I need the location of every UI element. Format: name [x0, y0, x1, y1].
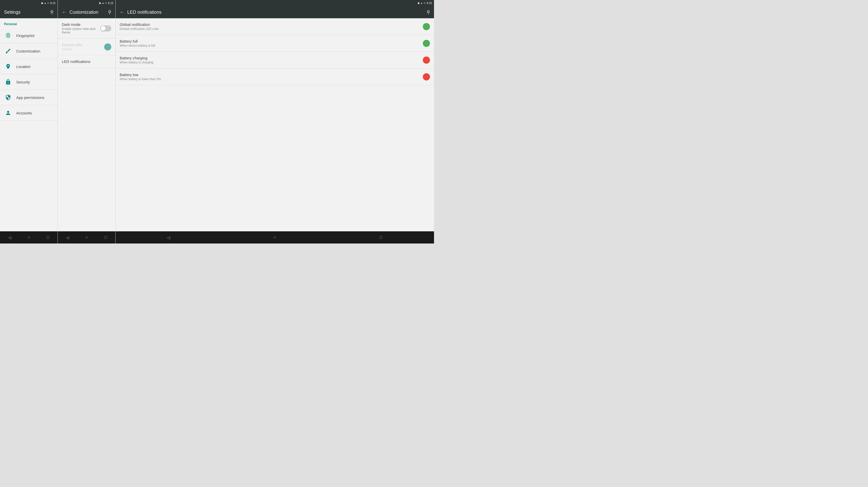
- accent-color-subtitle: Default: [62, 48, 104, 51]
- menu-item-fingerprint-label: Fingerprint: [16, 33, 34, 38]
- accounts-icon: [4, 109, 12, 117]
- recents-button-2[interactable]: □: [101, 232, 111, 242]
- settings-content: Personal Fingerprint Customization Locat…: [0, 18, 58, 231]
- menu-item-security-label: Security: [16, 80, 30, 84]
- battery-icon-2: ⊙: [105, 2, 107, 4]
- app-bar-left-3: ← LED notifications: [120, 10, 161, 15]
- app-bar-2: ← Customization ⚲: [58, 6, 115, 18]
- global-notification-text: Global notification Default notification…: [120, 22, 423, 31]
- location-icon: [4, 62, 12, 70]
- accent-color-circle: [104, 44, 111, 51]
- led-notifications-screen-title: LED notifications: [127, 10, 161, 15]
- battery-low-text: Battery low When battery is lower than 5…: [120, 73, 423, 81]
- bottom-nav-1: ◁ ○ □: [0, 231, 58, 244]
- battery-low-subtitle: When battery is lower than 5%: [120, 77, 423, 81]
- customization-panel: ▣ ▲ ⊙ 9:15 ← Customization ⚲ Dark mode E…: [58, 0, 116, 244]
- menu-item-security[interactable]: Security: [0, 74, 58, 90]
- battery-low-dot: [423, 73, 430, 80]
- bottom-nav-2: ◁ ○ □: [58, 231, 115, 244]
- status-time-1: 9:15: [50, 2, 56, 5]
- led-notifications-row[interactable]: LED notifications: [58, 55, 115, 68]
- search-icon-3[interactable]: ⚲: [427, 9, 430, 15]
- status-icons-2: ▣ ▲ ⊙: [99, 2, 107, 4]
- status-bar-2: ▣ ▲ ⊙ 9:15: [58, 0, 115, 6]
- dark-mode-toggle[interactable]: [100, 25, 111, 31]
- battery-full-title: Battery full: [120, 39, 423, 44]
- status-time-2: 9:15: [108, 2, 113, 5]
- battery-full-dot: [423, 40, 430, 47]
- status-bar-3: ▣ ▲ ⊙ 9:15: [116, 0, 434, 6]
- home-button-1[interactable]: ○: [24, 232, 34, 242]
- back-button-2[interactable]: ◁: [62, 232, 72, 242]
- home-button-3[interactable]: ○: [270, 232, 280, 242]
- menu-item-fingerprint[interactable]: Fingerprint: [0, 28, 58, 44]
- menu-item-location[interactable]: Location: [0, 59, 58, 74]
- signal-icon: ▲: [44, 2, 46, 4]
- security-icon: [4, 78, 12, 86]
- led-notifications-title: LED notifications: [62, 59, 111, 64]
- dark-mode-text: Dark mode Enable system wide dark theme: [62, 22, 100, 34]
- search-icon-2[interactable]: ⚲: [108, 9, 111, 15]
- menu-item-accounts-label: Accounts: [16, 111, 32, 115]
- recents-button-3[interactable]: □: [376, 232, 386, 242]
- battery-charging-dot: [423, 57, 430, 64]
- signal-icon-3: ▲: [421, 2, 423, 4]
- back-button-3[interactable]: ◁: [163, 232, 174, 242]
- app-bar-left-2: ← Customization: [62, 10, 98, 15]
- personal-section-label: Personal: [0, 18, 58, 28]
- vibrate-icon: ▣: [41, 2, 43, 4]
- dark-mode-row[interactable]: Dark mode Enable system wide dark theme: [58, 18, 115, 38]
- global-notification-title: Global notification: [120, 22, 423, 27]
- back-button-1[interactable]: ◁: [5, 232, 15, 242]
- menu-item-customization[interactable]: Customization: [0, 44, 58, 59]
- menu-item-location-label: Location: [16, 64, 31, 69]
- dark-mode-title: Dark mode: [62, 22, 100, 27]
- toggle-knob-dark-mode: [101, 26, 106, 31]
- led-notifications-text: LED notifications: [62, 59, 111, 64]
- status-icons-1: ▣ ▲ ⊙: [41, 2, 49, 4]
- global-notification-subtitle: Default notification LED color: [120, 27, 423, 31]
- battery-charging-row[interactable]: Battery charging When battery is chargin…: [116, 52, 434, 68]
- back-arrow-3[interactable]: ←: [120, 10, 124, 15]
- battery-full-subtitle: When device battery is full: [120, 44, 423, 48]
- status-bar-1: ▣ ▲ ⊙ 9:15: [0, 0, 58, 6]
- home-button-2[interactable]: ○: [82, 232, 92, 242]
- menu-item-customization-label: Customization: [16, 49, 40, 53]
- settings-panel: ▣ ▲ ⊙ 9:15 Settings ⚲ Personal Fingerpri…: [0, 0, 58, 244]
- vibrate-icon-3: ▣: [417, 2, 420, 4]
- led-notifications-panel: ▣ ▲ ⊙ 9:15 ← LED notifications ⚲ Global …: [116, 0, 434, 244]
- battery-charging-subtitle: When battery is charging: [120, 61, 423, 64]
- battery-full-text: Battery full When device battery is full: [120, 39, 423, 48]
- accent-color-text: Accent color Default: [62, 42, 104, 51]
- app-bar-1: Settings ⚲: [0, 6, 58, 18]
- menu-item-app-permissions-label: App permissions: [16, 95, 44, 100]
- app-permissions-icon: [4, 93, 12, 102]
- accent-color-title: Accent color: [62, 42, 104, 47]
- global-notification-dot: [423, 23, 430, 30]
- global-notification-row[interactable]: Global notification Default notification…: [116, 18, 434, 35]
- menu-item-app-permissions[interactable]: App permissions: [0, 90, 58, 105]
- status-icons-3: ▣ ▲ ⊙: [417, 2, 426, 4]
- recents-button-1[interactable]: □: [43, 232, 53, 242]
- dark-mode-subtitle: Enable system wide dark theme: [62, 27, 100, 34]
- back-arrow-2[interactable]: ←: [62, 10, 66, 15]
- customization-icon: [4, 47, 12, 55]
- app-bar-3: ← LED notifications ⚲: [116, 6, 434, 18]
- battery-icon: ⊙: [47, 2, 49, 4]
- menu-item-accounts[interactable]: Accounts: [0, 105, 58, 121]
- search-icon-1[interactable]: ⚲: [50, 9, 54, 15]
- battery-low-row[interactable]: Battery low When battery is lower than 5…: [116, 68, 434, 85]
- battery-charging-text: Battery charging When battery is chargin…: [120, 56, 423, 64]
- battery-charging-title: Battery charging: [120, 56, 423, 60]
- battery-low-title: Battery low: [120, 73, 423, 77]
- status-time-3: 9:15: [427, 2, 432, 5]
- battery-icon-3: ⊙: [424, 2, 426, 4]
- accent-color-row: Accent color Default: [58, 38, 115, 55]
- bottom-nav-3: ◁ ○ □: [116, 231, 434, 244]
- customization-title: Customization: [69, 10, 98, 15]
- battery-full-row[interactable]: Battery full When device battery is full: [116, 35, 434, 52]
- signal-icon-2: ▲: [102, 2, 104, 4]
- vibrate-icon-2: ▣: [99, 2, 101, 4]
- customization-content: Dark mode Enable system wide dark theme …: [58, 18, 115, 231]
- settings-title: Settings: [4, 10, 21, 15]
